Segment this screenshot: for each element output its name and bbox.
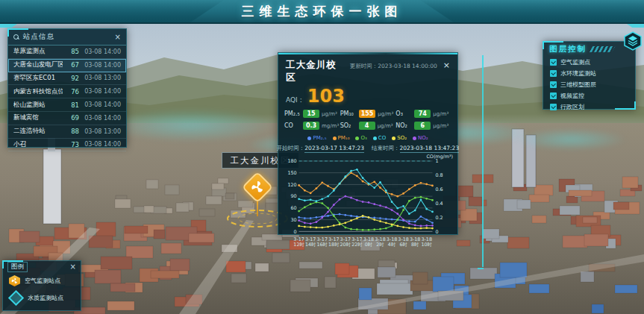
svg-text:0: 0 xyxy=(435,229,438,235)
station-list: 草原监测点 85 03-08 14:00 大唐金山发电厂区 67 03-08 1… xyxy=(8,45,126,151)
start-time-input[interactable]: 2023-03-17 13:47:23 xyxy=(304,145,364,153)
svg-text:CO(mg/m³): CO(mg/m³) xyxy=(426,154,453,160)
update-time-label: 更新时间： xyxy=(350,63,378,69)
popup-close-icon[interactable]: × xyxy=(442,60,451,70)
svg-text:0.2: 0.2 xyxy=(435,215,443,221)
pollutant-value-badge: 4 xyxy=(359,122,375,130)
chart-legend-item[interactable]: PM₂.₅ xyxy=(307,135,326,141)
layer-toggle-row[interactable]: 三维模型图层 xyxy=(543,79,635,90)
svg-text:3-1718时: 3-1718时 xyxy=(328,236,340,248)
layer-toggle-row[interactable]: 水环境监测站 xyxy=(543,68,635,79)
pollutant-unit: μg/m³ xyxy=(378,123,393,129)
station-update-time: 03-08 13:00 xyxy=(82,75,121,81)
svg-text:60: 60 xyxy=(291,205,297,211)
air-quality-popup: 工大金川校区 更新时间：2023-03-18 14:00:00 × AQI： 1… xyxy=(278,52,458,235)
checkbox-checked-icon[interactable] xyxy=(550,104,557,110)
station-aqi-value: 81 xyxy=(66,101,79,109)
svg-text:3-186时: 3-186时 xyxy=(398,236,408,248)
aqi-label: AQI： xyxy=(286,95,304,105)
legend-item-water: 水质监测站点 xyxy=(3,289,81,307)
station-row[interactable]: 内蒙古科技馆点位 76 03-08 14:00 xyxy=(8,85,126,98)
chart-legend-item[interactable]: CO xyxy=(373,135,386,141)
pollutant-grid: PM₂.₅ 15 μg/m³ PM₁₀ 155 μg/m³ O₃ 74 μg/m… xyxy=(278,105,457,130)
legend-item-label: 水质监测站点 xyxy=(28,294,63,302)
legend-dot xyxy=(392,136,396,140)
station-aqi-value: 88 xyxy=(66,128,79,135)
layer-panel-header: 图层控制 xyxy=(543,42,635,57)
pollutant-unit: μg/m³ xyxy=(322,111,337,117)
water-station-legend-icon xyxy=(8,290,24,306)
pollutant-cell: NO₂ 6 μg/m³ xyxy=(396,122,451,130)
station-panel-header: 站点信息 × xyxy=(8,29,126,45)
legend-item-label: 空气监测站点 xyxy=(25,277,60,285)
start-time-label: 开始时间： xyxy=(277,145,305,151)
popup-station-title: 工大金川校区 xyxy=(286,59,346,84)
svg-text:3-182时: 3-182时 xyxy=(375,236,385,248)
station-update-time: 03-08 13:00 xyxy=(82,128,121,135)
aqi-value: 103 xyxy=(307,87,345,105)
svg-text:3-1716时: 3-1716时 xyxy=(316,236,328,248)
station-update-time: 03-08 14:00 xyxy=(82,115,121,122)
layer-toggle-row[interactable]: 视频监控 xyxy=(543,90,635,101)
pollutant-unit: μg/m³ xyxy=(433,123,448,129)
legend-dot xyxy=(355,136,359,140)
checkbox-checked-icon[interactable] xyxy=(550,81,557,88)
station-update-time: 03-08 14:00 xyxy=(82,141,121,148)
pollutant-value-badge: 0.3 xyxy=(303,122,319,130)
station-aqi-value: 69 xyxy=(66,114,79,122)
svg-text:0.4: 0.4 xyxy=(435,201,443,207)
app-stage: 工大金川校区 三维生态环保一张图 站点信息 xyxy=(0,0,644,314)
chart-legend-item[interactable]: O₃ xyxy=(355,135,366,141)
chart-legend-item[interactable]: PM₁₀ xyxy=(333,135,350,141)
popup-frame-decoration xyxy=(482,55,484,267)
end-time-input[interactable]: 2023-03-18 13:47:23 xyxy=(400,145,460,153)
time-range-row: 开始时间：2023-03-17 13:47:23 结束时间：2023-03-18… xyxy=(278,142,457,153)
station-row[interactable]: 新城宾馆 69 03-08 14:00 xyxy=(8,112,126,125)
station-aqi-value: 76 xyxy=(66,88,79,95)
svg-text:3-1810时: 3-1810时 xyxy=(421,236,432,248)
update-time: 更新时间：2023-03-18 14:00:00 xyxy=(350,63,437,70)
station-panel-close-icon[interactable]: × xyxy=(115,34,121,41)
chart-legend-item[interactable]: NO₂ xyxy=(413,135,428,141)
station-row[interactable]: 大唐金山发电厂区 67 03-08 14:00 xyxy=(8,59,126,72)
checkbox-checked-icon[interactable] xyxy=(550,92,557,99)
legend-series-name: O₃ xyxy=(360,135,366,141)
station-name: 大唐金山发电厂区 xyxy=(13,60,63,69)
station-aqi-value: 67 xyxy=(66,61,79,69)
layer-toggle-row[interactable]: 行政区划 xyxy=(543,101,635,113)
svg-text:150: 150 xyxy=(287,170,296,176)
popup-header: 工大金川校区 更新时间：2023-03-18 14:00:00 × xyxy=(278,53,457,86)
station-row[interactable]: 小召 73 03-08 14:00 xyxy=(8,139,126,152)
pollutant-value-badge: 15 xyxy=(303,110,319,118)
station-row[interactable]: 草原监测点 85 03-08 14:00 xyxy=(8,45,126,59)
station-row[interactable]: 松山监测站 81 03-08 14:00 xyxy=(8,98,126,112)
checkbox-checked-icon[interactable] xyxy=(550,70,557,77)
checkbox-checked-icon[interactable] xyxy=(550,59,557,66)
svg-text:0: 0 xyxy=(294,229,297,235)
legend-series-name: PM₁₀ xyxy=(338,135,350,141)
station-name: 草原监测点 xyxy=(13,47,63,56)
pollutant-label: SO₂ xyxy=(340,122,357,129)
svg-text:3-1720时: 3-1720时 xyxy=(340,236,351,248)
pollutant-unit: μg/m³ xyxy=(378,111,393,117)
svg-text:120: 120 xyxy=(287,182,296,188)
layers-hexagon-icon[interactable] xyxy=(623,31,643,51)
station-update-time: 03-08 14:00 xyxy=(82,101,121,108)
search-icon[interactable] xyxy=(13,34,19,40)
svg-text:180: 180 xyxy=(287,158,296,164)
layer-toggle-row[interactable]: 空气监测点 xyxy=(543,57,635,68)
station-row[interactable]: 赛罕区东EC01 92 03-08 13:00 xyxy=(8,72,126,86)
layer-label: 水环境监测站 xyxy=(560,69,596,78)
svg-text:30: 30 xyxy=(291,217,297,223)
fan-icon xyxy=(250,180,265,195)
layer-control-panel: 图层控制 空气监测点 水环境监测站 三维模型图层 视频监控 行政区划 xyxy=(543,41,636,110)
svg-text:3-1714时: 3-1714时 xyxy=(305,236,316,248)
chart-legend-item[interactable]: SO₂ xyxy=(392,135,407,141)
pollutant-cell: CO 0.3 mg/m³ xyxy=(284,122,340,130)
legend-panel-close-icon[interactable]: × xyxy=(70,263,76,271)
legend-series-name: SO₂ xyxy=(397,135,407,141)
legend-series-name: PM₂.₅ xyxy=(313,135,326,141)
station-row[interactable]: 二连浩特站 88 03-08 13:00 xyxy=(8,125,126,139)
legend-dot xyxy=(307,136,311,140)
air-station-legend-icon xyxy=(9,275,20,286)
